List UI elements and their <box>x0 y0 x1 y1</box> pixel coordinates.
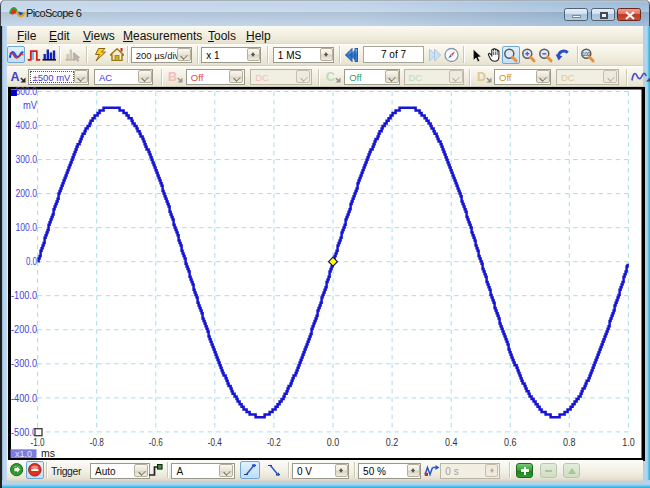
svg-text:0.6: 0.6 <box>503 436 516 447</box>
svg-text:-1.0: -1.0 <box>30 436 44 447</box>
svg-text:0.0: 0.0 <box>26 256 37 267</box>
svg-text:-300.0: -300.0 <box>11 358 37 369</box>
svg-text:0.4: 0.4 <box>444 436 457 447</box>
svg-text:ms: ms <box>41 447 55 459</box>
svg-text:100.0: 100.0 <box>15 222 37 233</box>
svg-text:-0.8: -0.8 <box>89 436 103 447</box>
svg-text:-0.6: -0.6 <box>148 436 162 447</box>
svg-text:0.2: 0.2 <box>385 436 398 447</box>
svg-text:-200.0: -200.0 <box>11 324 37 335</box>
svg-text:400.0: 400.0 <box>15 120 37 131</box>
svg-text:300.0: 300.0 <box>15 154 37 165</box>
svg-text:1.0: 1.0 <box>622 436 635 447</box>
svg-text:200.0: 200.0 <box>15 188 37 199</box>
svg-text:x1.0: x1.0 <box>14 448 31 458</box>
svg-text:0.0: 0.0 <box>326 436 339 447</box>
svg-text:-0.2: -0.2 <box>266 436 280 447</box>
svg-text:0.8: 0.8 <box>563 436 576 447</box>
svg-text:-400.0: -400.0 <box>11 392 37 403</box>
svg-text:-100.0: -100.0 <box>11 290 37 301</box>
svg-text:100: 100 <box>582 51 589 56</box>
svg-text:500.0: 500.0 <box>15 87 37 97</box>
svg-text:-0.4: -0.4 <box>207 436 221 447</box>
svg-text:mV: mV <box>23 99 37 110</box>
